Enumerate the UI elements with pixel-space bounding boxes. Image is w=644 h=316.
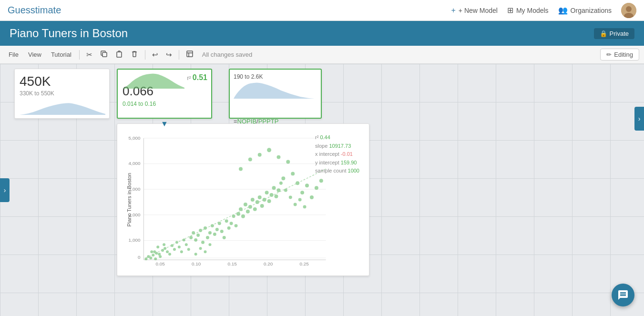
model-title: Piano Tuners in Boston [10,27,128,40]
svg-point-88 [275,194,278,198]
svg-point-54 [194,238,197,242]
svg-text:0.20: 0.20 [264,261,273,266]
separator-3 [179,50,179,60]
private-label: Private [610,30,629,37]
svg-point-110 [194,253,197,255]
svg-point-63 [215,228,219,231]
svg-point-97 [291,172,295,175]
svg-point-45 [187,248,190,251]
avatar-image [621,3,636,18]
sample-count-stat: sample count 1000 [315,167,359,175]
svg-point-94 [276,155,280,159]
svg-line-114 [146,169,326,258]
chat-button[interactable] [612,284,634,306]
main-area: › 450K 330K to 550K r² 0.51 0.066 [0,64,644,316]
top-nav: Guesstimate + + New Model ⊞ My Models 👥 … [0,0,644,21]
scatter-stats: r² 0.44 slope 10917.73 x intercept -0.01… [315,133,359,175]
r2-stat-value: 0.44 [320,134,330,140]
svg-point-59 [206,236,209,239]
delete-button[interactable] [128,48,141,61]
svg-point-44 [185,243,188,246]
x-intercept-value: -0.01 [341,151,353,157]
svg-point-100 [305,183,309,187]
svg-point-65 [220,230,224,233]
r2-label: r² [315,134,320,140]
card-0066-range: 0.014 to 0.16 [123,101,206,107]
private-badge: 🔒 Private [594,28,634,39]
organizations-button[interactable]: 👥 Organizations [558,6,612,15]
svg-point-85 [267,199,271,203]
paste-button[interactable] [112,48,126,61]
svg-point-69 [230,222,233,225]
right-panel-toggle[interactable]: › [634,107,644,131]
svg-point-61 [211,224,214,227]
app-logo: Guesstimate [8,5,61,16]
x-intercept-label: x intercept [315,151,341,157]
svg-point-79 [253,207,257,211]
scatter-inner: Piano Tuners in Boston 5,000 4,000 3,000… [120,131,362,268]
svg-point-78 [251,198,255,202]
card-450k-histogram [20,101,104,115]
svg-point-111 [199,247,202,250]
x-intercept-stat: x intercept -0.01 [315,150,359,159]
slope-stat: slope 10917.73 [315,142,359,151]
editing-label: Editing [614,51,633,58]
separator-1 [79,50,80,60]
svg-text:2,000: 2,000 [129,212,141,217]
svg-point-112 [204,250,207,253]
svg-point-49 [150,250,153,253]
undo-button[interactable]: ↩ [149,49,161,61]
r2-stat: r² 0.44 [315,133,359,142]
svg-point-93 [267,148,271,152]
svg-point-75 [244,203,247,206]
calculator-button[interactable] [183,48,196,61]
card-450k[interactable]: 450K 330K to 550K [14,69,110,119]
svg-point-87 [272,186,276,190]
svg-point-57 [201,241,204,244]
avatar[interactable] [621,3,636,18]
card-0066[interactable]: r² 0.51 0.066 0.014 to 0.16 [117,69,212,119]
redo-button[interactable]: ↪ [163,49,175,61]
svg-point-98 [296,181,299,185]
svg-point-42 [180,250,183,253]
svg-point-99 [300,191,304,194]
svg-text:0.10: 0.10 [192,261,201,266]
svg-point-46 [149,256,152,259]
y-intercept-value: 159.90 [341,160,357,165]
svg-point-102 [315,186,318,190]
my-models-button[interactable]: ⊞ My Models [507,6,549,15]
svg-text:4,000: 4,000 [129,161,141,166]
svg-point-84 [265,191,269,194]
copy-button[interactable] [97,48,111,61]
svg-text:3,000: 3,000 [129,186,141,192]
editing-button[interactable]: ✏ Editing [600,49,639,61]
my-models-label: My Models [516,7,549,14]
svg-point-41 [178,245,181,248]
svg-point-101 [310,195,314,199]
svg-text:0.15: 0.15 [227,261,237,266]
tutorial-menu[interactable]: Tutorial [47,49,75,60]
svg-point-113 [208,243,211,246]
svg-point-108 [298,198,302,202]
cut-button[interactable]: ✂ [83,49,95,61]
svg-rect-4 [117,52,122,57]
svg-point-76 [246,210,250,214]
svg-text:Proportion of Singles with Pia: Proportion of Singles with Pianos [193,267,276,268]
arrow-connector: ▼ [161,120,168,128]
svg-point-107 [294,203,297,206]
svg-point-68 [227,226,231,230]
header-bar: Piano Tuners in Boston 🔒 Private [0,21,644,46]
svg-text:0.25: 0.25 [299,261,309,266]
y-intercept-stat: y intercept 159.90 [315,159,359,167]
card-nopib[interactable]: 190 to 2.6K =NOPIB/PPPTP [229,69,322,119]
card-nopib-range: 190 to 2.6K [234,73,317,80]
svg-point-35 [166,250,169,253]
view-menu[interactable]: View [24,49,45,60]
svg-point-1 [626,6,632,12]
people-icon: 👥 [558,6,568,15]
new-model-button[interactable]: + + New Model [451,6,497,15]
svg-point-56 [199,229,202,232]
pencil-icon: ✏ [606,51,612,58]
sidebar-toggle[interactable]: › [0,178,10,202]
file-menu[interactable]: File [5,49,22,60]
